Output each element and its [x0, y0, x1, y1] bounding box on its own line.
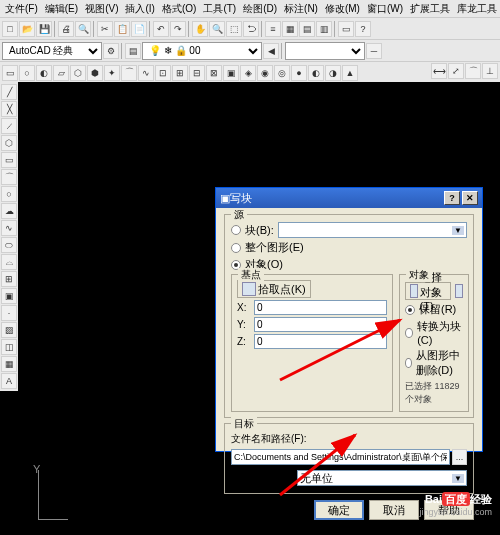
- menu-klong[interactable]: 库龙工具: [454, 1, 500, 17]
- color-select[interactable]: [285, 42, 365, 60]
- menu-edit[interactable]: 编辑(E): [42, 1, 81, 17]
- region-icon[interactable]: ◫: [1, 339, 17, 355]
- paste-icon[interactable]: 📄: [131, 21, 147, 37]
- ellarc-icon[interactable]: ⌓: [1, 254, 17, 270]
- tool-icon[interactable]: ⊠: [206, 65, 222, 81]
- linetype-icon[interactable]: ─: [366, 43, 382, 59]
- dialog-help-button[interactable]: ?: [444, 191, 460, 205]
- block-icon[interactable]: ▣: [1, 288, 17, 304]
- unit-combo[interactable]: 无单位▼: [297, 470, 467, 486]
- rect-icon[interactable]: ▭: [1, 152, 17, 168]
- radio-delete[interactable]: [405, 358, 412, 368]
- tool-icon[interactable]: ⊟: [189, 65, 205, 81]
- props-icon[interactable]: ≡: [265, 21, 281, 37]
- menu-view[interactable]: 视图(V): [82, 1, 121, 17]
- menu-draw[interactable]: 绘图(D): [240, 1, 280, 17]
- qselect-icon[interactable]: [455, 284, 463, 298]
- point-icon[interactable]: ·: [1, 305, 17, 321]
- dim-arc-icon[interactable]: ⌒: [465, 63, 481, 79]
- save-icon[interactable]: 💾: [36, 21, 52, 37]
- calc-icon[interactable]: ▭: [338, 21, 354, 37]
- table-icon[interactable]: ▦: [1, 356, 17, 372]
- dim-aligned-icon[interactable]: ⤢: [448, 63, 464, 79]
- tool-icon[interactable]: ◐: [308, 65, 324, 81]
- menu-modify[interactable]: 修改(M): [322, 1, 363, 17]
- tool-icon[interactable]: ⬢: [87, 65, 103, 81]
- tool-icon[interactable]: ⬡: [70, 65, 86, 81]
- tool-icon[interactable]: ◎: [274, 65, 290, 81]
- dialog-titlebar[interactable]: ▣ 写块 ? ✕: [216, 188, 482, 208]
- tool-icon[interactable]: ▱: [53, 65, 69, 81]
- block-combo[interactable]: ▼: [278, 222, 467, 238]
- menu-format[interactable]: 格式(O): [159, 1, 199, 17]
- ws-settings-icon[interactable]: ⚙: [103, 43, 119, 59]
- tool-icon[interactable]: ∿: [138, 65, 154, 81]
- line-icon[interactable]: ╱: [1, 84, 17, 100]
- ssm-icon[interactable]: ▥: [316, 21, 332, 37]
- radio-block[interactable]: [231, 225, 241, 235]
- ok-button[interactable]: 确定: [314, 500, 364, 520]
- z-input[interactable]: [254, 334, 387, 349]
- tool-icon[interactable]: ●: [291, 65, 307, 81]
- cancel-button[interactable]: 取消: [369, 500, 419, 520]
- dialog-close-button[interactable]: ✕: [462, 191, 478, 205]
- polygon-icon[interactable]: ⬡: [1, 135, 17, 151]
- menu-insert[interactable]: 插入(I): [122, 1, 157, 17]
- tp-icon[interactable]: ▤: [299, 21, 315, 37]
- revcloud-icon[interactable]: ☁: [1, 203, 17, 219]
- path-input[interactable]: [231, 449, 450, 465]
- menu-dim[interactable]: 标注(N): [281, 1, 321, 17]
- y-input[interactable]: [254, 317, 387, 332]
- layer-mgr-icon[interactable]: ▤: [125, 43, 141, 59]
- circle-icon[interactable]: ○: [1, 186, 17, 202]
- layer-prev-icon[interactable]: ◀: [263, 43, 279, 59]
- zoom-win-icon[interactable]: ⬚: [226, 21, 242, 37]
- dim-linear-icon[interactable]: ⟷: [431, 63, 447, 79]
- dim-ord-icon[interactable]: ⊥: [482, 63, 498, 79]
- layer-select[interactable]: 💡 ❄ 🔒 00: [142, 42, 262, 60]
- redo-icon[interactable]: ↷: [170, 21, 186, 37]
- spline-icon[interactable]: ∿: [1, 220, 17, 236]
- tool-icon[interactable]: ▣: [223, 65, 239, 81]
- x-input[interactable]: [254, 300, 387, 315]
- menu-window[interactable]: 窗口(W): [364, 1, 406, 17]
- copy-icon[interactable]: 📋: [114, 21, 130, 37]
- ellipse-icon[interactable]: ⬭: [1, 237, 17, 253]
- help-icon[interactable]: ?: [355, 21, 371, 37]
- browse-button[interactable]: ...: [452, 449, 467, 465]
- tool-icon[interactable]: ◑: [325, 65, 341, 81]
- arc-icon[interactable]: ⌒: [1, 169, 17, 185]
- tool-icon[interactable]: ◉: [257, 65, 273, 81]
- zoom-icon[interactable]: 🔍: [209, 21, 225, 37]
- select-objects-button[interactable]: 选择对象(T): [405, 282, 451, 300]
- tool-icon[interactable]: ⊡: [155, 65, 171, 81]
- zoom-prev-icon[interactable]: ⮌: [243, 21, 259, 37]
- tool-icon[interactable]: ◈: [240, 65, 256, 81]
- tool-icon[interactable]: ✦: [104, 65, 120, 81]
- preview-icon[interactable]: 🔍: [75, 21, 91, 37]
- pline-icon[interactable]: ⟋: [1, 118, 17, 134]
- menu-tools[interactable]: 工具(T): [200, 1, 239, 17]
- tool-icon[interactable]: ▭: [2, 65, 18, 81]
- hatch-icon[interactable]: ▨: [1, 322, 17, 338]
- undo-icon[interactable]: ↶: [153, 21, 169, 37]
- tool-icon[interactable]: ○: [19, 65, 35, 81]
- pan-icon[interactable]: ✋: [192, 21, 208, 37]
- xline-icon[interactable]: ╳: [1, 101, 17, 117]
- new-icon[interactable]: □: [2, 21, 18, 37]
- tool-icon[interactable]: ⌒: [121, 65, 137, 81]
- menu-file[interactable]: 文件(F): [2, 1, 41, 17]
- radio-keep[interactable]: [405, 305, 415, 315]
- tool-icon[interactable]: ⊞: [172, 65, 188, 81]
- workspace-select[interactable]: AutoCAD 经典: [2, 42, 102, 60]
- insert-icon[interactable]: ⊞: [1, 271, 17, 287]
- pick-point-button[interactable]: 拾取点(K): [237, 280, 311, 298]
- print-icon[interactable]: 🖨: [58, 21, 74, 37]
- menu-ext[interactable]: 扩展工具: [407, 1, 453, 17]
- open-icon[interactable]: 📂: [19, 21, 35, 37]
- radio-convert[interactable]: [405, 328, 413, 338]
- dc-icon[interactable]: ▦: [282, 21, 298, 37]
- cut-icon[interactable]: ✂: [97, 21, 113, 37]
- tool-icon[interactable]: ◐: [36, 65, 52, 81]
- radio-whole[interactable]: [231, 243, 241, 253]
